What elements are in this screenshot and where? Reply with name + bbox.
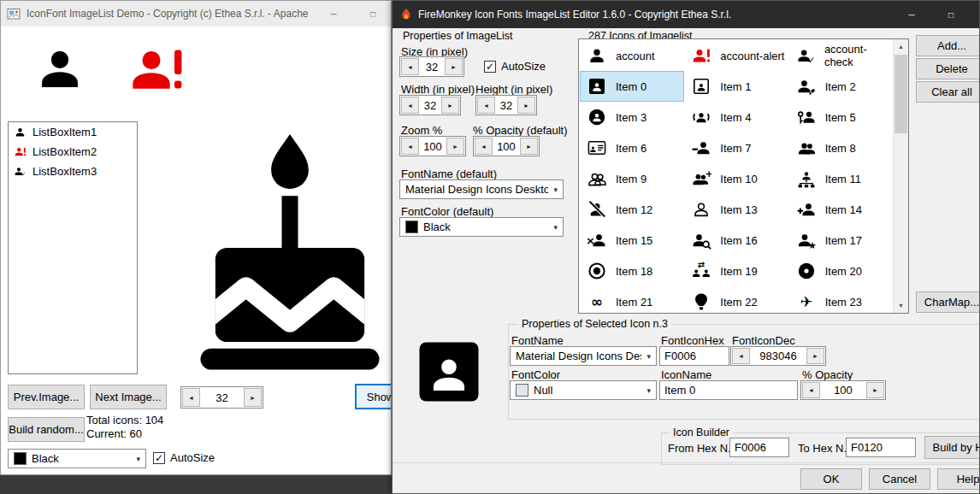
spin-right-icon[interactable]: ► — [517, 97, 535, 114]
icon-grid-item[interactable]: Item 16 — [684, 225, 788, 256]
icon-grid-item-label: account-alert — [720, 50, 784, 62]
editor-titlebar[interactable]: FireMonkey Icon Fonts ImageList Editor 1… — [393, 1, 979, 28]
icon-list-scrollbar[interactable]: ▲ ▼ — [893, 39, 908, 313]
maximize-icon[interactable]: □ — [931, 1, 971, 28]
icon-grid-item[interactable]: Item 5 — [789, 102, 894, 132]
icon-grid-item[interactable]: Item 6 — [580, 132, 684, 163]
all-inclusive-icon: ∞ — [587, 291, 607, 312]
height-spinner[interactable]: ◄ 32 ► — [475, 95, 537, 115]
icon-grid-item[interactable]: ✈Item 23 — [789, 286, 894, 313]
ok-button[interactable]: OK — [800, 468, 862, 490]
next-image-button[interactable]: Next Image... — [90, 385, 167, 409]
icon-grid-item[interactable]: account-alert — [684, 40, 788, 71]
icon-grid-item[interactable]: Item 2 — [789, 71, 894, 102]
maximize-icon[interactable]: □ — [353, 1, 392, 26]
spin-right-icon[interactable]: ► — [806, 348, 824, 364]
icon-grid-item[interactable]: Item 11 — [789, 163, 894, 194]
spin-right-icon[interactable]: ► — [520, 138, 538, 155]
list-item[interactable]: ListBoxItem2 — [9, 142, 137, 162]
spin-left-icon[interactable]: ◄ — [401, 138, 419, 155]
icon-grid-item[interactable]: +Item 10 — [684, 163, 788, 194]
prev-image-button[interactable]: Prev.Image... — [8, 385, 85, 409]
account-switch-icon: ⇄ — [691, 261, 711, 281]
demo-size-spinner[interactable]: ◄ 32 ► — [180, 386, 263, 409]
icon-grid-item[interactable]: Item 22 — [684, 286, 788, 313]
demo-autosize-checkbox[interactable]: ✓ AutoSize — [153, 451, 215, 464]
demo-color-combo[interactable]: Black ▾ — [8, 449, 146, 468]
icon-grid-item[interactable]: Item 20 — [789, 256, 894, 286]
icon-grid-item[interactable]: Item 13 — [684, 194, 788, 225]
icon-grid-item[interactable]: Item 14 — [789, 194, 894, 225]
spin-right-icon[interactable]: ► — [244, 388, 262, 407]
fontname-combo[interactable]: Material Design Icons Desk ▾ — [510, 346, 657, 366]
fontname-default-combo[interactable]: Material Design Icons Desktop ▾ — [399, 179, 564, 199]
spin-right-icon[interactable]: ► — [866, 382, 884, 398]
delete-button[interactable]: Delete — [916, 58, 980, 79]
scroll-thumb[interactable] — [894, 55, 907, 133]
minimize-icon[interactable]: ─ — [892, 1, 931, 28]
editor-window-title: FireMonkey Icon Fonts ImageList Editor 1… — [418, 1, 880, 28]
fonticonhex-label: FontIconHex — [661, 334, 724, 347]
list-item[interactable]: ListBoxItem1 — [9, 122, 137, 142]
minimize-icon[interactable]: ─ — [314, 1, 353, 26]
spin-left-icon[interactable]: ◄ — [732, 348, 750, 364]
icon-grid-item[interactable]: Item 7 — [684, 132, 788, 163]
build-by-hex-button[interactable]: Build by Hex — [924, 436, 980, 459]
demo-titlebar[interactable]: IconFont ImageList Demo - Copyright (c) … — [1, 1, 391, 26]
add-button[interactable]: Add... — [916, 35, 980, 56]
icon-grid-item[interactable]: Item 12 — [580, 194, 684, 225]
icon-grid-item[interactable]: ★Item 17 — [789, 225, 894, 256]
close-icon[interactable]: ✕ — [971, 1, 980, 28]
spin-left-icon[interactable]: ◄ — [475, 138, 493, 155]
fontcolor-default-combo[interactable]: Black ▾ — [399, 217, 564, 237]
to-hex-input[interactable] — [846, 438, 916, 457]
opacity-default-spinner[interactable]: ◄ 100 ► — [473, 136, 540, 156]
fontname-value: Material Design Icons Desk — [516, 350, 641, 362]
help-button[interactable]: Help — [937, 468, 980, 490]
iconname-input[interactable] — [659, 380, 798, 400]
spin-left-icon[interactable]: ◄ — [802, 382, 820, 398]
scroll-down-icon[interactable]: ▼ — [894, 298, 908, 313]
autosize-checkbox[interactable]: ✓ AutoSize — [484, 60, 546, 73]
demo-listbox[interactable]: ListBoxItem1ListBoxItem2✓ListBoxItem3 — [8, 121, 138, 374]
list-item[interactable]: ✓ListBoxItem3 — [9, 162, 137, 181]
spin-left-icon[interactable]: ◄ — [401, 97, 419, 114]
spin-right-icon[interactable]: ► — [446, 138, 464, 155]
spin-left-icon[interactable]: ◄ — [477, 97, 495, 114]
spin-right-icon[interactable]: ► — [441, 97, 459, 114]
icon-grid-item[interactable]: account — [580, 40, 684, 71]
fonticondec-spinner[interactable]: ◄ 983046 ► — [730, 346, 826, 366]
icon-grid-item[interactable]: Item 1 — [684, 71, 788, 102]
spin-left-icon[interactable]: ◄ — [401, 58, 419, 75]
build-random-button[interactable]: Build random... — [8, 417, 85, 442]
show-button[interactable]: Show — [355, 384, 392, 409]
spin-left-icon[interactable]: ◄ — [182, 388, 200, 407]
icon-grid-item[interactable]: Item 18 — [580, 256, 684, 286]
opacity-spinner[interactable]: ◄ 100 ► — [800, 380, 886, 400]
icon-grid-item[interactable]: ∞Item 21 — [580, 286, 684, 313]
icon-grid-item[interactable]: Item 8 — [789, 132, 894, 163]
account-check-icon: ✓ — [14, 165, 27, 178]
spin-right-icon[interactable]: ► — [445, 58, 463, 75]
from-hex-input[interactable] — [729, 438, 789, 457]
zoom-spinner[interactable]: ◄ 100 ► — [399, 136, 466, 156]
icon-grid-item[interactable]: ⇄Item 19 — [684, 256, 788, 286]
cancel-button[interactable]: Cancel — [869, 468, 930, 490]
icon-grid-item[interactable]: Item 4 — [684, 102, 788, 132]
icon-grid-item[interactable]: Item 9 — [580, 163, 684, 194]
fonticonhex-input[interactable] — [659, 346, 729, 366]
icon-grid-item[interactable]: ×Item 15 — [580, 225, 684, 256]
clear-all-button[interactable]: Clear all — [916, 81, 980, 103]
checkbox-check-icon: ✓ — [484, 61, 496, 73]
icon-grid-item[interactable]: ✓account-check — [789, 40, 894, 71]
icon-grid-item[interactable]: Item 0 — [580, 71, 684, 102]
width-spinner[interactable]: ◄ 32 ► — [399, 95, 461, 115]
scroll-up-icon[interactable]: ▲ — [894, 39, 908, 54]
height-label: Height (in pixel) — [475, 83, 552, 96]
fontcolor-combo[interactable]: Null ▾ — [510, 380, 657, 400]
account-alert-icon — [691, 45, 711, 66]
charmap-button[interactable]: CharMap... — [916, 291, 980, 313]
size-spinner[interactable]: ◄ 32 ► — [399, 56, 464, 77]
icon-grid-item-label: Item 17 — [825, 234, 862, 247]
icon-grid-item[interactable]: Item 3 — [580, 102, 684, 132]
